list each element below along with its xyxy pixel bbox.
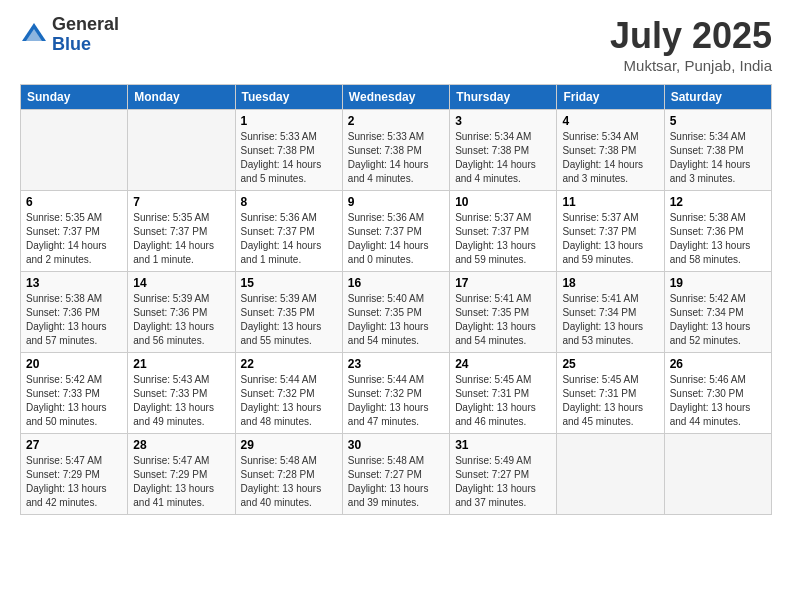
calendar-cell: 30Sunrise: 5:48 AM Sunset: 7:27 PM Dayli… bbox=[342, 434, 449, 515]
day-number: 28 bbox=[133, 438, 229, 452]
day-number: 6 bbox=[26, 195, 122, 209]
day-number: 7 bbox=[133, 195, 229, 209]
day-detail: Sunrise: 5:46 AM Sunset: 7:30 PM Dayligh… bbox=[670, 373, 766, 429]
logo-blue: Blue bbox=[52, 35, 119, 55]
calendar-cell: 19Sunrise: 5:42 AM Sunset: 7:34 PM Dayli… bbox=[664, 272, 771, 353]
day-number: 18 bbox=[562, 276, 658, 290]
day-number: 17 bbox=[455, 276, 551, 290]
day-number: 5 bbox=[670, 114, 766, 128]
calendar-cell: 9Sunrise: 5:36 AM Sunset: 7:37 PM Daylig… bbox=[342, 191, 449, 272]
day-detail: Sunrise: 5:35 AM Sunset: 7:37 PM Dayligh… bbox=[26, 211, 122, 267]
day-detail: Sunrise: 5:49 AM Sunset: 7:27 PM Dayligh… bbox=[455, 454, 551, 510]
day-detail: Sunrise: 5:45 AM Sunset: 7:31 PM Dayligh… bbox=[562, 373, 658, 429]
calendar-cell: 18Sunrise: 5:41 AM Sunset: 7:34 PM Dayli… bbox=[557, 272, 664, 353]
day-detail: Sunrise: 5:44 AM Sunset: 7:32 PM Dayligh… bbox=[241, 373, 337, 429]
day-detail: Sunrise: 5:47 AM Sunset: 7:29 PM Dayligh… bbox=[26, 454, 122, 510]
calendar-cell: 1Sunrise: 5:33 AM Sunset: 7:38 PM Daylig… bbox=[235, 110, 342, 191]
calendar-cell: 6Sunrise: 5:35 AM Sunset: 7:37 PM Daylig… bbox=[21, 191, 128, 272]
calendar-cell: 29Sunrise: 5:48 AM Sunset: 7:28 PM Dayli… bbox=[235, 434, 342, 515]
day-number: 19 bbox=[670, 276, 766, 290]
day-detail: Sunrise: 5:41 AM Sunset: 7:34 PM Dayligh… bbox=[562, 292, 658, 348]
calendar-cell: 3Sunrise: 5:34 AM Sunset: 7:38 PM Daylig… bbox=[450, 110, 557, 191]
day-number: 27 bbox=[26, 438, 122, 452]
day-detail: Sunrise: 5:36 AM Sunset: 7:37 PM Dayligh… bbox=[348, 211, 444, 267]
calendar-cell bbox=[557, 434, 664, 515]
calendar-cell: 23Sunrise: 5:44 AM Sunset: 7:32 PM Dayli… bbox=[342, 353, 449, 434]
location: Muktsar, Punjab, India bbox=[610, 57, 772, 74]
calendar-cell: 5Sunrise: 5:34 AM Sunset: 7:38 PM Daylig… bbox=[664, 110, 771, 191]
day-number: 8 bbox=[241, 195, 337, 209]
calendar-cell: 8Sunrise: 5:36 AM Sunset: 7:37 PM Daylig… bbox=[235, 191, 342, 272]
calendar-header-saturday: Saturday bbox=[664, 85, 771, 110]
title-block: July 2025 Muktsar, Punjab, India bbox=[610, 15, 772, 74]
calendar-cell bbox=[21, 110, 128, 191]
day-number: 24 bbox=[455, 357, 551, 371]
calendar-header-wednesday: Wednesday bbox=[342, 85, 449, 110]
day-number: 9 bbox=[348, 195, 444, 209]
calendar-cell: 13Sunrise: 5:38 AM Sunset: 7:36 PM Dayli… bbox=[21, 272, 128, 353]
day-number: 10 bbox=[455, 195, 551, 209]
day-number: 23 bbox=[348, 357, 444, 371]
calendar-cell bbox=[664, 434, 771, 515]
day-detail: Sunrise: 5:34 AM Sunset: 7:38 PM Dayligh… bbox=[670, 130, 766, 186]
day-detail: Sunrise: 5:43 AM Sunset: 7:33 PM Dayligh… bbox=[133, 373, 229, 429]
calendar-header-thursday: Thursday bbox=[450, 85, 557, 110]
calendar-cell: 16Sunrise: 5:40 AM Sunset: 7:35 PM Dayli… bbox=[342, 272, 449, 353]
day-detail: Sunrise: 5:39 AM Sunset: 7:36 PM Dayligh… bbox=[133, 292, 229, 348]
day-detail: Sunrise: 5:37 AM Sunset: 7:37 PM Dayligh… bbox=[455, 211, 551, 267]
calendar-cell: 11Sunrise: 5:37 AM Sunset: 7:37 PM Dayli… bbox=[557, 191, 664, 272]
calendar: SundayMondayTuesdayWednesdayThursdayFrid… bbox=[20, 84, 772, 515]
day-number: 15 bbox=[241, 276, 337, 290]
day-detail: Sunrise: 5:44 AM Sunset: 7:32 PM Dayligh… bbox=[348, 373, 444, 429]
day-detail: Sunrise: 5:41 AM Sunset: 7:35 PM Dayligh… bbox=[455, 292, 551, 348]
calendar-cell: 4Sunrise: 5:34 AM Sunset: 7:38 PM Daylig… bbox=[557, 110, 664, 191]
calendar-cell: 14Sunrise: 5:39 AM Sunset: 7:36 PM Dayli… bbox=[128, 272, 235, 353]
day-detail: Sunrise: 5:34 AM Sunset: 7:38 PM Dayligh… bbox=[455, 130, 551, 186]
calendar-header-row: SundayMondayTuesdayWednesdayThursdayFrid… bbox=[21, 85, 772, 110]
day-detail: Sunrise: 5:35 AM Sunset: 7:37 PM Dayligh… bbox=[133, 211, 229, 267]
logo: General Blue bbox=[20, 15, 119, 55]
calendar-cell: 15Sunrise: 5:39 AM Sunset: 7:35 PM Dayli… bbox=[235, 272, 342, 353]
day-detail: Sunrise: 5:38 AM Sunset: 7:36 PM Dayligh… bbox=[670, 211, 766, 267]
day-detail: Sunrise: 5:34 AM Sunset: 7:38 PM Dayligh… bbox=[562, 130, 658, 186]
day-detail: Sunrise: 5:39 AM Sunset: 7:35 PM Dayligh… bbox=[241, 292, 337, 348]
calendar-header-tuesday: Tuesday bbox=[235, 85, 342, 110]
calendar-week-5: 27Sunrise: 5:47 AM Sunset: 7:29 PM Dayli… bbox=[21, 434, 772, 515]
day-number: 21 bbox=[133, 357, 229, 371]
month-title: July 2025 bbox=[610, 15, 772, 57]
calendar-cell: 26Sunrise: 5:46 AM Sunset: 7:30 PM Dayli… bbox=[664, 353, 771, 434]
day-number: 29 bbox=[241, 438, 337, 452]
day-detail: Sunrise: 5:45 AM Sunset: 7:31 PM Dayligh… bbox=[455, 373, 551, 429]
day-detail: Sunrise: 5:40 AM Sunset: 7:35 PM Dayligh… bbox=[348, 292, 444, 348]
day-number: 25 bbox=[562, 357, 658, 371]
calendar-week-4: 20Sunrise: 5:42 AM Sunset: 7:33 PM Dayli… bbox=[21, 353, 772, 434]
day-number: 1 bbox=[241, 114, 337, 128]
logo-icon bbox=[20, 21, 48, 49]
calendar-header-friday: Friday bbox=[557, 85, 664, 110]
day-detail: Sunrise: 5:33 AM Sunset: 7:38 PM Dayligh… bbox=[241, 130, 337, 186]
page: General Blue July 2025 Muktsar, Punjab, … bbox=[0, 0, 792, 612]
day-number: 12 bbox=[670, 195, 766, 209]
day-detail: Sunrise: 5:47 AM Sunset: 7:29 PM Dayligh… bbox=[133, 454, 229, 510]
calendar-week-2: 6Sunrise: 5:35 AM Sunset: 7:37 PM Daylig… bbox=[21, 191, 772, 272]
calendar-cell: 2Sunrise: 5:33 AM Sunset: 7:38 PM Daylig… bbox=[342, 110, 449, 191]
day-number: 26 bbox=[670, 357, 766, 371]
day-number: 14 bbox=[133, 276, 229, 290]
calendar-cell: 31Sunrise: 5:49 AM Sunset: 7:27 PM Dayli… bbox=[450, 434, 557, 515]
day-detail: Sunrise: 5:42 AM Sunset: 7:33 PM Dayligh… bbox=[26, 373, 122, 429]
calendar-cell: 28Sunrise: 5:47 AM Sunset: 7:29 PM Dayli… bbox=[128, 434, 235, 515]
day-detail: Sunrise: 5:48 AM Sunset: 7:28 PM Dayligh… bbox=[241, 454, 337, 510]
header: General Blue July 2025 Muktsar, Punjab, … bbox=[20, 15, 772, 74]
day-number: 3 bbox=[455, 114, 551, 128]
calendar-cell: 7Sunrise: 5:35 AM Sunset: 7:37 PM Daylig… bbox=[128, 191, 235, 272]
day-detail: Sunrise: 5:37 AM Sunset: 7:37 PM Dayligh… bbox=[562, 211, 658, 267]
day-detail: Sunrise: 5:42 AM Sunset: 7:34 PM Dayligh… bbox=[670, 292, 766, 348]
calendar-cell: 17Sunrise: 5:41 AM Sunset: 7:35 PM Dayli… bbox=[450, 272, 557, 353]
calendar-cell: 27Sunrise: 5:47 AM Sunset: 7:29 PM Dayli… bbox=[21, 434, 128, 515]
day-number: 20 bbox=[26, 357, 122, 371]
day-number: 22 bbox=[241, 357, 337, 371]
calendar-week-1: 1Sunrise: 5:33 AM Sunset: 7:38 PM Daylig… bbox=[21, 110, 772, 191]
calendar-cell: 12Sunrise: 5:38 AM Sunset: 7:36 PM Dayli… bbox=[664, 191, 771, 272]
calendar-cell: 10Sunrise: 5:37 AM Sunset: 7:37 PM Dayli… bbox=[450, 191, 557, 272]
day-number: 11 bbox=[562, 195, 658, 209]
